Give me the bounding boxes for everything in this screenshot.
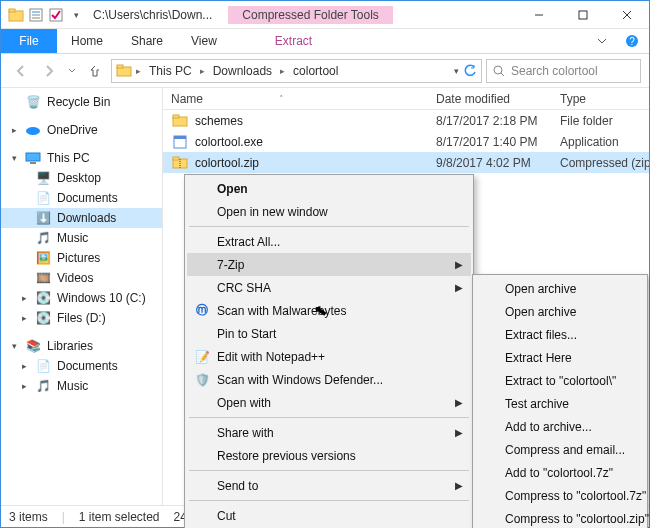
npp-icon: 📝 <box>193 350 211 364</box>
search-box[interactable]: Search colortool <box>486 59 641 83</box>
menu-item[interactable]: Cut <box>187 504 471 527</box>
qa-properties-icon[interactable] <box>27 6 45 24</box>
qa-check-icon[interactable] <box>47 6 65 24</box>
drive-icon: 💽 <box>35 290 51 306</box>
back-button[interactable] <box>9 59 33 83</box>
menu-item[interactable]: Send to▶ <box>187 474 471 497</box>
menu-item[interactable]: 📝Edit with Notepad++ <box>187 345 471 368</box>
close-button[interactable] <box>605 1 649 28</box>
menu-item-label: Test archive <box>505 397 569 411</box>
column-name[interactable]: Name ˄ <box>171 92 436 106</box>
menu-item-label: Open in new window <box>217 205 328 219</box>
menu-item[interactable]: Extract to "colortool\" <box>475 369 645 392</box>
menu-item[interactable]: Open <box>187 177 471 200</box>
tab-extract[interactable]: Extract <box>261 29 326 53</box>
nav-desktop[interactable]: 🖥️Desktop <box>1 168 162 188</box>
nav-drive-c[interactable]: ▸💽Windows 10 (C:) <box>1 288 162 308</box>
svg-rect-23 <box>174 136 186 139</box>
menu-item[interactable]: Open archive <box>475 277 645 300</box>
tab-view[interactable]: View <box>177 29 231 53</box>
menu-item[interactable]: Extract Here <box>475 346 645 369</box>
menu-item[interactable]: Extract All... <box>187 230 471 253</box>
menu-item[interactable]: Compress to "colortool.7z" and <box>475 484 645 507</box>
chevron-right-icon[interactable]: ▸ <box>280 66 285 76</box>
menu-item[interactable]: Share with▶ <box>187 421 471 444</box>
nav-downloads[interactable]: ⬇️Downloads <box>1 208 162 228</box>
menu-item-label: Scan with Malwarebytes <box>217 304 346 318</box>
nav-drive-d[interactable]: ▸💽Files (D:) <box>1 308 162 328</box>
crumb-downloads[interactable]: Downloads <box>209 64 276 78</box>
crumb-colortool[interactable]: colortool <box>289 64 342 78</box>
file-row[interactable]: schemes8/17/2017 2:18 PMFile folder <box>163 110 649 131</box>
file-name: colortool.exe <box>195 135 436 149</box>
chevron-right-icon: ▶ <box>455 282 463 293</box>
file-row[interactable]: colortool.exe8/17/2017 1:40 PMApplicatio… <box>163 131 649 152</box>
nav-lib-documents[interactable]: ▸📄Documents <box>1 356 162 376</box>
menu-item[interactable]: Restore previous versions <box>187 444 471 467</box>
tab-file[interactable]: File <box>1 29 57 53</box>
file-row[interactable]: colortool.zip9/8/2017 4:02 PMCompressed … <box>163 152 649 173</box>
menu-item-label: 7-Zip <box>217 258 244 272</box>
refresh-icon[interactable] <box>463 64 477 78</box>
menu-item[interactable]: 7-Zip▶ <box>187 253 471 276</box>
nav-onedrive[interactable]: ▸ OneDrive <box>1 120 162 140</box>
tab-share[interactable]: Share <box>117 29 177 53</box>
music-icon: 🎵 <box>35 230 51 246</box>
qa-dropdown-icon[interactable]: ▾ <box>67 6 85 24</box>
menu-item[interactable]: Open archive <box>475 300 645 323</box>
nav-pictures[interactable]: 🖼️Pictures <box>1 248 162 268</box>
help-icon[interactable]: ? <box>615 29 649 53</box>
nav-recycle-bin[interactable]: 🗑️ Recycle Bin <box>1 92 162 112</box>
nav-pane: 🗑️ Recycle Bin ▸ OneDrive ▾ This PC 🖥️De… <box>1 88 163 505</box>
menu-item[interactable]: Add to archive... <box>475 415 645 438</box>
crumb-this-pc[interactable]: This PC <box>145 64 196 78</box>
chevron-right-icon[interactable]: ▸ <box>136 66 141 76</box>
maximize-button[interactable] <box>561 1 605 28</box>
onedrive-icon <box>25 122 41 138</box>
menu-item[interactable]: ⓜScan with Malwarebytes <box>187 299 471 322</box>
menu-item[interactable]: Compress to "colortool.zip" and <box>475 507 645 528</box>
nav-lib-music[interactable]: ▸🎵Music <box>1 376 162 396</box>
menu-item-label: Compress to "colortool.7z" and <box>505 489 650 503</box>
nav-libraries[interactable]: ▾📚 Libraries <box>1 336 162 356</box>
nav-music[interactable]: 🎵Music <box>1 228 162 248</box>
tab-home[interactable]: Home <box>57 29 117 53</box>
nav-this-pc[interactable]: ▾ This PC <box>1 148 162 168</box>
chevron-right-icon[interactable]: ▸ <box>200 66 205 76</box>
menu-item[interactable]: Extract files... <box>475 323 645 346</box>
nav-documents[interactable]: 📄Documents <box>1 188 162 208</box>
menu-item[interactable]: 🛡️Scan with Windows Defender... <box>187 368 471 391</box>
folder-icon <box>171 113 189 129</box>
address-dropdown-icon[interactable]: ▾ <box>454 66 459 76</box>
desktop-icon: 🖥️ <box>35 170 51 186</box>
recycle-bin-icon: 🗑️ <box>25 94 41 110</box>
address-bar[interactable]: ▸ This PC ▸ Downloads ▸ colortool ▾ <box>111 59 482 83</box>
menu-item[interactable]: Pin to Start <box>187 322 471 345</box>
column-type[interactable]: Type <box>560 92 649 106</box>
svg-line-16 <box>501 73 504 76</box>
status-selected: 1 item selected <box>79 510 160 524</box>
chevron-right-icon: ▶ <box>455 480 463 491</box>
nav-row: ▸ This PC ▸ Downloads ▸ colortool ▾ Sear… <box>1 54 649 88</box>
up-button[interactable] <box>83 59 107 83</box>
recent-dropdown-icon[interactable] <box>65 59 79 83</box>
menu-item[interactable]: Open in new window <box>187 200 471 223</box>
forward-button[interactable] <box>37 59 61 83</box>
column-date[interactable]: Date modified <box>436 92 560 106</box>
menu-item[interactable]: CRC SHA▶ <box>187 276 471 299</box>
menu-item-label: Scan with Windows Defender... <box>217 373 383 387</box>
menu-item[interactable]: Open with▶ <box>187 391 471 414</box>
drive-icon: 💽 <box>35 310 51 326</box>
ribbon-expand-icon[interactable] <box>589 29 615 53</box>
menu-item-label: Cut <box>217 509 236 523</box>
menu-item[interactable]: Add to "colortool.7z" <box>475 461 645 484</box>
minimize-button[interactable] <box>517 1 561 28</box>
menu-item[interactable]: Test archive <box>475 392 645 415</box>
file-name: schemes <box>195 114 436 128</box>
file-date: 8/17/2017 2:18 PM <box>436 114 560 128</box>
nav-videos[interactable]: 🎞️Videos <box>1 268 162 288</box>
menu-item[interactable]: Compress and email... <box>475 438 645 461</box>
defender-icon: 🛡️ <box>193 373 211 387</box>
menu-item-label: Compress to "colortool.zip" and <box>505 512 650 526</box>
menu-item-label: Add to archive... <box>505 420 592 434</box>
